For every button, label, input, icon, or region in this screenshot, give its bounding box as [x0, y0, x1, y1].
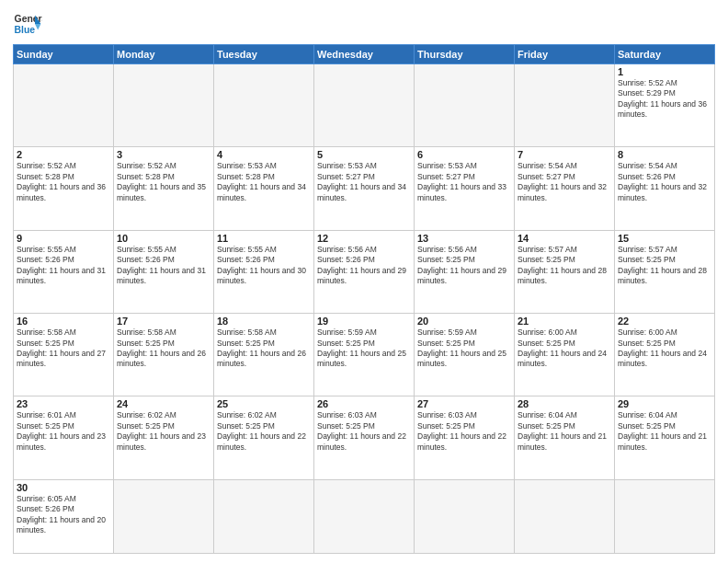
day-number: 26	[317, 398, 411, 409]
day-number: 13	[417, 233, 511, 244]
weekday-header-saturday: Saturday	[615, 45, 715, 64]
calendar-cell: 19Sunrise: 5:59 AMSunset: 5:25 PMDayligh…	[314, 314, 415, 396]
calendar-cell: 21Sunrise: 6:00 AMSunset: 5:25 PMDayligh…	[515, 314, 615, 396]
weekday-header-thursday: Thursday	[415, 45, 515, 64]
day-number: 23	[17, 398, 110, 409]
calendar-cell: 24Sunrise: 6:02 AMSunset: 5:25 PMDayligh…	[114, 396, 214, 479]
calendar-cell: 23Sunrise: 6:01 AMSunset: 5:25 PMDayligh…	[14, 396, 114, 479]
day-number: 18	[217, 316, 311, 327]
week-row-1: 1Sunrise: 5:52 AMSunset: 5:29 PMDaylight…	[14, 64, 715, 147]
calendar-cell	[515, 479, 615, 553]
logo: General Blue	[13, 9, 42, 39]
day-number: 6	[417, 149, 511, 160]
calendar-cell: 20Sunrise: 5:59 AMSunset: 5:25 PMDayligh…	[415, 314, 515, 396]
calendar-cell: 29Sunrise: 6:04 AMSunset: 5:25 PMDayligh…	[615, 396, 715, 479]
week-row-5: 23Sunrise: 6:01 AMSunset: 5:25 PMDayligh…	[14, 396, 715, 479]
day-number: 15	[618, 233, 711, 244]
day-info: Sunrise: 5:57 AMSunset: 5:25 PMDaylight:…	[618, 245, 711, 287]
calendar-cell	[214, 64, 314, 147]
calendar-cell: 26Sunrise: 6:03 AMSunset: 5:25 PMDayligh…	[314, 396, 415, 479]
day-number: 7	[518, 149, 611, 160]
day-number: 17	[117, 316, 210, 327]
svg-text:Blue: Blue	[15, 25, 36, 35]
calendar-cell: 2Sunrise: 5:52 AMSunset: 5:28 PMDaylight…	[14, 147, 114, 230]
calendar-cell: 22Sunrise: 6:00 AMSunset: 5:25 PMDayligh…	[615, 314, 715, 396]
calendar-cell: 12Sunrise: 5:56 AMSunset: 5:26 PMDayligh…	[314, 230, 415, 313]
logo-icon: General Blue	[13, 9, 42, 39]
day-number: 28	[518, 398, 611, 409]
day-number: 14	[518, 233, 611, 244]
day-number: 5	[317, 149, 411, 160]
day-info: Sunrise: 5:52 AMSunset: 5:29 PMDaylight:…	[618, 78, 711, 121]
day-info: Sunrise: 5:56 AMSunset: 5:26 PMDaylight:…	[317, 245, 411, 287]
calendar-cell: 18Sunrise: 5:58 AMSunset: 5:25 PMDayligh…	[214, 314, 314, 396]
day-info: Sunrise: 5:56 AMSunset: 5:25 PMDaylight:…	[417, 245, 511, 287]
weekday-header-row: SundayMondayTuesdayWednesdayThursdayFrid…	[14, 45, 715, 64]
day-info: Sunrise: 5:52 AMSunset: 5:28 PMDaylight:…	[17, 161, 110, 203]
day-info: Sunrise: 5:57 AMSunset: 5:25 PMDaylight:…	[518, 245, 611, 287]
day-info: Sunrise: 6:02 AMSunset: 5:25 PMDaylight:…	[217, 410, 311, 453]
day-number: 20	[417, 316, 511, 327]
calendar-cell: 17Sunrise: 5:58 AMSunset: 5:25 PMDayligh…	[114, 314, 214, 396]
calendar-cell: 4Sunrise: 5:53 AMSunset: 5:28 PMDaylight…	[214, 147, 314, 230]
day-info: Sunrise: 5:58 AMSunset: 5:25 PMDaylight:…	[217, 327, 311, 370]
day-number: 2	[17, 149, 110, 160]
week-row-2: 2Sunrise: 5:52 AMSunset: 5:28 PMDaylight…	[14, 147, 715, 230]
calendar-cell: 14Sunrise: 5:57 AMSunset: 5:25 PMDayligh…	[515, 230, 615, 313]
page: General Blue SundayMondayTuesdayWednesda…	[0, 0, 728, 563]
day-number: 3	[117, 149, 210, 160]
day-info: Sunrise: 6:03 AMSunset: 5:25 PMDaylight:…	[317, 410, 411, 453]
day-info: Sunrise: 5:58 AMSunset: 5:25 PMDaylight:…	[17, 327, 110, 370]
day-number: 16	[17, 316, 110, 327]
week-row-4: 16Sunrise: 5:58 AMSunset: 5:25 PMDayligh…	[14, 314, 715, 396]
day-number: 21	[518, 316, 611, 327]
day-info: Sunrise: 5:54 AMSunset: 5:26 PMDaylight:…	[618, 161, 711, 203]
day-number: 12	[317, 233, 411, 244]
day-info: Sunrise: 6:00 AMSunset: 5:25 PMDaylight:…	[618, 327, 711, 370]
day-info: Sunrise: 6:02 AMSunset: 5:25 PMDaylight:…	[117, 410, 210, 453]
day-info: Sunrise: 5:55 AMSunset: 5:26 PMDaylight:…	[217, 245, 311, 287]
calendar-cell	[114, 479, 214, 553]
day-info: Sunrise: 6:05 AMSunset: 5:26 PMDaylight:…	[17, 494, 110, 536]
calendar-cell: 3Sunrise: 5:52 AMSunset: 5:28 PMDaylight…	[114, 147, 214, 230]
calendar-cell: 8Sunrise: 5:54 AMSunset: 5:26 PMDaylight…	[615, 147, 715, 230]
day-number: 4	[217, 149, 311, 160]
calendar-cell	[415, 64, 515, 147]
weekday-header-wednesday: Wednesday	[314, 45, 415, 64]
day-number: 19	[317, 316, 411, 327]
day-info: Sunrise: 5:55 AMSunset: 5:26 PMDaylight:…	[117, 245, 210, 287]
weekday-header-monday: Monday	[114, 45, 214, 64]
day-info: Sunrise: 5:59 AMSunset: 5:25 PMDaylight:…	[417, 327, 511, 370]
day-number: 25	[217, 398, 311, 409]
calendar-cell: 10Sunrise: 5:55 AMSunset: 5:26 PMDayligh…	[114, 230, 214, 313]
day-number: 9	[17, 233, 110, 244]
day-number: 11	[217, 233, 311, 244]
day-number: 27	[417, 398, 511, 409]
calendar-cell: 28Sunrise: 6:04 AMSunset: 5:25 PMDayligh…	[515, 396, 615, 479]
calendar-cell: 6Sunrise: 5:53 AMSunset: 5:27 PMDaylight…	[415, 147, 515, 230]
calendar-cell	[415, 479, 515, 553]
calendar-cell: 13Sunrise: 5:56 AMSunset: 5:25 PMDayligh…	[415, 230, 515, 313]
calendar-cell: 9Sunrise: 5:55 AMSunset: 5:26 PMDaylight…	[14, 230, 114, 313]
day-number: 24	[117, 398, 210, 409]
weekday-header-sunday: Sunday	[14, 45, 114, 64]
day-info: Sunrise: 6:04 AMSunset: 5:25 PMDaylight:…	[518, 410, 611, 453]
day-info: Sunrise: 5:58 AMSunset: 5:25 PMDaylight:…	[117, 327, 210, 370]
week-row-3: 9Sunrise: 5:55 AMSunset: 5:26 PMDaylight…	[14, 230, 715, 313]
day-number: 1	[618, 66, 711, 77]
calendar-cell: 27Sunrise: 6:03 AMSunset: 5:25 PMDayligh…	[415, 396, 515, 479]
calendar-table: SundayMondayTuesdayWednesdayThursdayFrid…	[13, 44, 715, 554]
calendar-cell: 11Sunrise: 5:55 AMSunset: 5:26 PMDayligh…	[214, 230, 314, 313]
day-info: Sunrise: 5:55 AMSunset: 5:26 PMDaylight:…	[17, 245, 110, 287]
calendar-cell: 5Sunrise: 5:53 AMSunset: 5:27 PMDaylight…	[314, 147, 415, 230]
calendar-cell: 15Sunrise: 5:57 AMSunset: 5:25 PMDayligh…	[615, 230, 715, 313]
calendar-cell: 16Sunrise: 5:58 AMSunset: 5:25 PMDayligh…	[14, 314, 114, 396]
day-number: 22	[618, 316, 711, 327]
week-row-6: 30Sunrise: 6:05 AMSunset: 5:26 PMDayligh…	[14, 479, 715, 553]
day-info: Sunrise: 6:00 AMSunset: 5:25 PMDaylight:…	[518, 327, 611, 370]
calendar-cell	[615, 479, 715, 553]
day-info: Sunrise: 5:54 AMSunset: 5:27 PMDaylight:…	[518, 161, 611, 203]
day-info: Sunrise: 5:52 AMSunset: 5:28 PMDaylight:…	[117, 161, 210, 203]
calendar-cell: 30Sunrise: 6:05 AMSunset: 5:26 PMDayligh…	[14, 479, 114, 553]
calendar-cell	[314, 64, 415, 147]
